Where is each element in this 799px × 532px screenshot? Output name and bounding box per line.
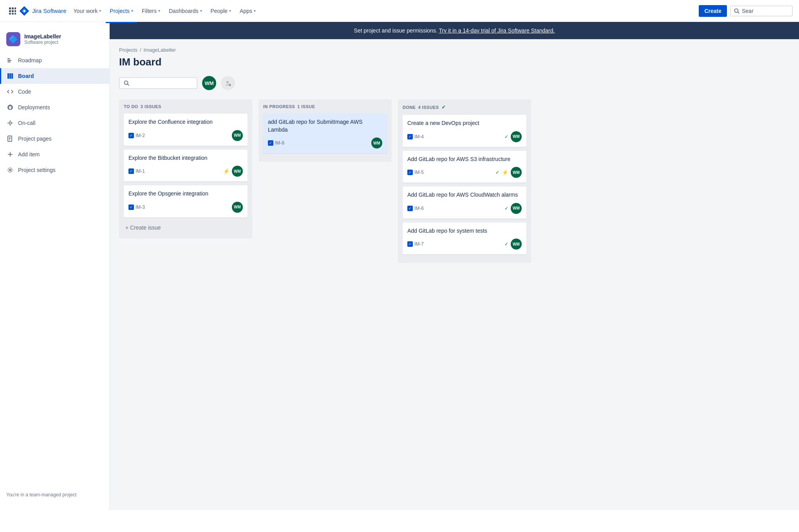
- trial-link[interactable]: Try it in a 14-day trial of Jira Softwar…: [439, 27, 555, 34]
- card-im4[interactable]: Create a new DevOps project IM-4 ✓ WM: [403, 115, 526, 147]
- card-id-im1: IM-1: [128, 168, 145, 174]
- card-im1[interactable]: Explore the Bitbucket integration IM-1 ⚡…: [124, 150, 248, 182]
- checkbox-icon: [407, 206, 413, 211]
- sidebar-project: 🔷 ImageLabeller Software project: [0, 28, 109, 52]
- column-done: DONE 4 ISSUES ✓ Create a new DevOps proj…: [398, 100, 531, 263]
- sidebar-nav: Roadmap Board: [0, 52, 109, 486]
- pin-icon: ⚡: [502, 169, 508, 176]
- sidebar-item-deployments[interactable]: Deployments: [0, 100, 109, 115]
- page-title: IM board: [119, 56, 790, 68]
- card-id-im7: IM-7: [407, 241, 424, 247]
- search-input[interactable]: [742, 8, 773, 14]
- nav-items: Your work ▾ Projects ▾ Filters ▾ Dashboa…: [70, 5, 699, 16]
- nav-item-projects[interactable]: Projects ▾: [106, 5, 137, 16]
- svg-line-27: [128, 84, 129, 86]
- svg-rect-14: [7, 73, 9, 79]
- add-item-icon: [6, 150, 14, 158]
- sidebar-item-add-item[interactable]: Add item: [0, 147, 109, 162]
- nav-item-people[interactable]: People ▾: [207, 5, 235, 16]
- card-id-im2: IM-2: [128, 133, 145, 138]
- column-header-done: DONE 4 ISSUES ✓: [403, 104, 526, 110]
- project-type: Software project: [24, 40, 61, 45]
- done-check-icon: ✓: [504, 206, 508, 211]
- svg-rect-15: [9, 73, 11, 79]
- svg-rect-5: [14, 10, 16, 12]
- column-todo: TO DO 3 ISSUES Explore the Confluence in…: [119, 100, 252, 239]
- chevron-down-icon: ▾: [254, 9, 256, 13]
- board-search-icon: [124, 80, 129, 86]
- chevron-down-icon: ▾: [158, 9, 160, 13]
- svg-rect-1: [12, 7, 14, 9]
- apps-grid-icon[interactable]: [6, 5, 19, 17]
- chevron-down-icon: ▾: [229, 9, 231, 13]
- project-pages-icon: [6, 135, 14, 143]
- create-button[interactable]: Create: [699, 5, 727, 17]
- card-id-im6: IM-6: [407, 206, 424, 211]
- svg-rect-16: [11, 73, 13, 79]
- breadcrumb-projects[interactable]: Projects: [119, 47, 137, 53]
- sidebar-item-code[interactable]: Code: [0, 84, 109, 100]
- nav-item-filters[interactable]: Filters ▾: [138, 5, 164, 16]
- code-icon: [6, 88, 14, 96]
- board-toolbar: WM: [119, 76, 790, 90]
- checkbox-icon: [407, 134, 413, 139]
- chevron-down-icon: ▾: [200, 9, 202, 13]
- card-im6[interactable]: Add GitLab repo for AWS CloudWatch alarm…: [403, 186, 526, 219]
- on-call-icon: [6, 119, 14, 127]
- svg-rect-11: [7, 58, 10, 59]
- nav-item-apps[interactable]: Apps ▾: [236, 5, 260, 16]
- board-search-input[interactable]: [132, 80, 186, 86]
- svg-rect-6: [9, 13, 11, 14]
- user-avatar-wm[interactable]: WM: [202, 76, 216, 90]
- sidebar-item-project-pages[interactable]: Project pages: [0, 131, 109, 147]
- nav-right: Create: [699, 5, 793, 17]
- sidebar-item-project-settings[interactable]: Project settings: [0, 162, 109, 178]
- jira-logo-text: Jira Software: [32, 7, 67, 14]
- card-avatar: WM: [511, 167, 522, 178]
- jira-logo[interactable]: Jira Software: [19, 5, 67, 16]
- done-check-icon: ✓: [504, 241, 508, 247]
- card-im8[interactable]: add GitLab repo for SubmitImage AWS Lamb…: [263, 114, 387, 153]
- checkbox-icon: [407, 241, 413, 247]
- nav-item-your-work[interactable]: Your work ▾: [70, 5, 105, 16]
- card-im2[interactable]: Explore the Confluence integration IM-2 …: [124, 114, 248, 146]
- avatar: 🔷: [6, 32, 20, 46]
- card-im7[interactable]: Add GitLab repo for system tests IM-7 ✓ …: [403, 223, 526, 255]
- grid-menu-button[interactable]: [6, 5, 19, 17]
- add-member-button[interactable]: [221, 76, 235, 90]
- column-inprogress: IN PROGRESS 1 ISSUE add GitLab repo for …: [258, 100, 392, 162]
- done-check-icon: ✓: [504, 134, 508, 139]
- checkbox-icon: [128, 133, 134, 138]
- search-box[interactable]: [730, 5, 793, 16]
- done-check-icon: ✓: [495, 170, 499, 175]
- svg-rect-3: [9, 10, 11, 12]
- trial-banner: Set project and issue permissions. Try i…: [110, 22, 799, 39]
- roadmap-icon: [6, 56, 14, 64]
- sidebar: 🔷 ImageLabeller Software project Roadmap: [0, 22, 110, 510]
- svg-point-18: [9, 122, 11, 124]
- breadcrumb: Projects / ImageLabeller: [119, 47, 790, 53]
- main-content: Set project and issue permissions. Try i…: [110, 22, 799, 510]
- card-avatar: WM: [511, 239, 522, 250]
- sidebar-item-on-call[interactable]: On-call: [0, 115, 109, 131]
- create-issue-button[interactable]: + Create issue: [124, 221, 248, 234]
- card-id-im5: IM-5: [407, 170, 424, 175]
- sidebar-item-board[interactable]: Board: [0, 68, 109, 84]
- card-id-im3: IM-3: [128, 204, 145, 210]
- search-icon: [734, 8, 739, 14]
- board: TO DO 3 ISSUES Explore the Confluence in…: [119, 100, 790, 269]
- nav-item-dashboards[interactable]: Dashboards ▾: [165, 5, 206, 16]
- settings-icon: [6, 166, 14, 174]
- card-im5[interactable]: Add GitLab repo for AWS S3 infrastructur…: [403, 151, 526, 183]
- sidebar-item-roadmap[interactable]: Roadmap: [0, 52, 109, 68]
- board-search-box[interactable]: [119, 77, 197, 89]
- card-im3[interactable]: Explore the Opsgenie integration IM-3 WM: [124, 185, 248, 217]
- svg-rect-12: [7, 60, 11, 61]
- column-header-todo: TO DO 3 ISSUES: [124, 104, 248, 109]
- card-avatar: WM: [511, 203, 522, 214]
- card-id-im4: IM-4: [407, 134, 424, 139]
- done-check-icon: ✓: [441, 104, 446, 110]
- checkbox-icon: [128, 168, 134, 174]
- svg-point-28: [226, 81, 229, 83]
- breadcrumb-imagelabeller[interactable]: ImageLabeller: [144, 47, 176, 53]
